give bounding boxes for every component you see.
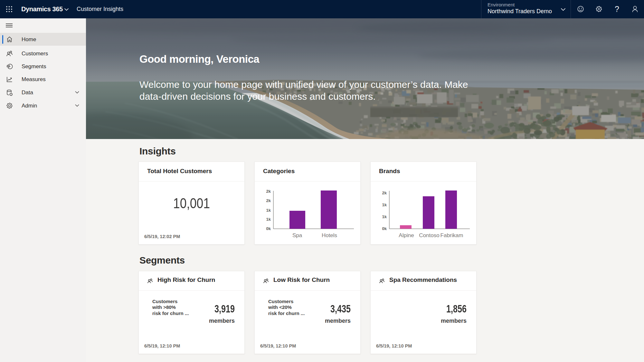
svg-text:Spa: Spa — [292, 232, 302, 238]
svg-text:1k: 1k — [382, 214, 387, 219]
svg-text:1k: 1k — [382, 202, 387, 207]
svg-text:Hotels: Hotels — [322, 232, 337, 238]
svg-text:Alpine: Alpine — [399, 232, 414, 238]
svg-text:2k: 2k — [266, 189, 271, 194]
svg-text:1k: 1k — [266, 208, 271, 213]
svg-text:2k: 2k — [266, 198, 271, 203]
svg-text:1k: 1k — [266, 217, 271, 222]
svg-text:2k: 2k — [382, 190, 387, 195]
svg-text:Contoso: Contoso — [419, 232, 439, 238]
svg-text:0k: 0k — [382, 226, 387, 231]
svg-text:0k: 0k — [266, 226, 271, 231]
svg-text:Fabrikam: Fabrikam — [440, 232, 463, 238]
